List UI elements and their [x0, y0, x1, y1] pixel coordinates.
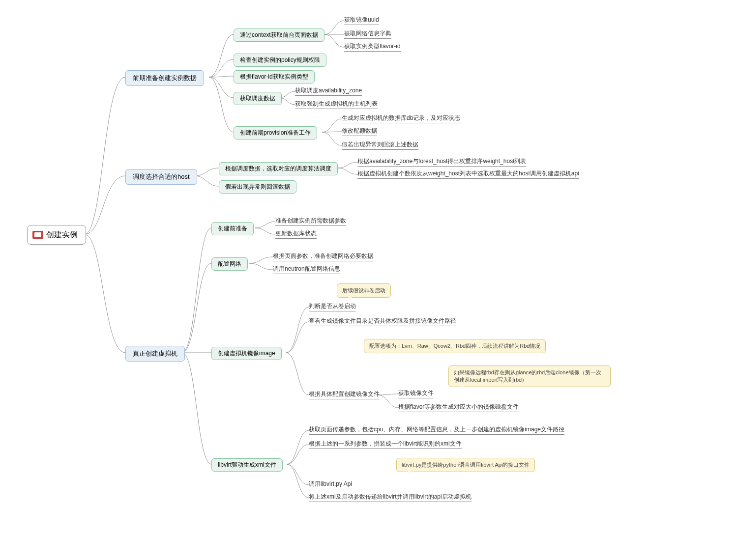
- a4-leaf-1: 获取强制生成虚拟机的主机列表: [295, 100, 378, 109]
- c4-leaf-0: 获取页面传递参数，包括cpu、内存、网络等配置信息，及上一步创建的虚拟机镜像im…: [309, 425, 564, 435]
- b1-leaf-1: 根据虚拟机创建个数依次从weight_host列表中选取权重最大的host调用创…: [357, 169, 579, 179]
- callout-libvirt: libvirt.py是提供给python语言调用libvirt Api的接口文件: [396, 458, 535, 472]
- c3-leaf-config: 根据具体配置创建镜像文件: [309, 390, 380, 399]
- a5-leaf-0: 生成对应虚拟机的数据库db记录，及对应状态: [342, 114, 460, 123]
- l1-create-vm[interactable]: 真正创建虚拟机: [125, 346, 185, 362]
- c4-leaf-3: 将上述xml及启动参数传递给libvirt并调用libvirt的api启动虚拟机: [309, 493, 472, 502]
- b2-rollback[interactable]: 假若出现异常则回滚数据: [219, 180, 296, 194]
- c2-leaf-1: 调用neutron配置网络信息: [273, 265, 340, 274]
- b1-schedule-algo[interactable]: 根据调度数据，选取对应的调度算法调度: [219, 162, 338, 175]
- root-label: 创建实例: [46, 230, 78, 240]
- cube-icon: [32, 229, 43, 240]
- c2-config-network[interactable]: 配置网络: [211, 257, 248, 271]
- c3-leaf-dir: 查看生成镜像文件目录是否具体权限及拼接镜像文件路径: [309, 317, 456, 326]
- c3-leaf-volume: 判断是否从卷启动: [309, 302, 356, 311]
- a1-leaf-1: 获取网络信息字典: [344, 29, 391, 39]
- a4-leaf-0: 获取调度availability_zone: [295, 86, 362, 96]
- l1-prepare-data[interactable]: 前期准备创建实例数据: [125, 70, 204, 86]
- callout-volume: 后续假设非卷启动: [337, 283, 391, 298]
- l1-schedule-host[interactable]: 调度选择合适的host: [125, 169, 197, 185]
- b1-leaf-0: 根据availability_zone与forest_host得出权重排序wei…: [357, 157, 526, 167]
- c4-leaf-2: 调用libvirt.py Api: [309, 480, 352, 489]
- a1-leaf-2: 获取实例类型flavor-id: [344, 42, 401, 52]
- c1-pre-create[interactable]: 创建前准备: [211, 222, 254, 235]
- c3c3-leaf-0: 获取镜像文件: [398, 389, 434, 398]
- a5-leaf-1: 修改配额数据: [342, 127, 377, 136]
- c4-libvirt-xml[interactable]: libvirt驱动生成xml文件: [211, 458, 283, 472]
- a1-context-data[interactable]: 通过context获取前台页面数据: [234, 28, 324, 42]
- a3-flavor-type[interactable]: 根据flavor-id获取实例类型: [234, 70, 315, 84]
- c3c3-leaf-1: 根据flavor等参数生成对应大小的镜像磁盘文件: [398, 403, 519, 412]
- c4-leaf-1: 根据上述的一系列参数，拼装成一个libvirt能识别的xml文件: [309, 440, 462, 449]
- a5-leaf-2: 假若出现异常则回滚上述数据: [342, 140, 418, 150]
- root-node[interactable]: 创建实例: [27, 225, 86, 245]
- c2-leaf-0: 根据页面参数，准备创建网络必要数据: [273, 252, 373, 261]
- c1-leaf-0: 准备创建实例所需数据参数: [275, 217, 346, 226]
- a1-leaf-0: 获取镜像uuid: [344, 16, 379, 25]
- c3-create-image[interactable]: 创建虚拟机镜像image: [211, 347, 282, 360]
- a4-schedule-data[interactable]: 获取调度数据: [234, 92, 282, 105]
- a5-provision[interactable]: 创建前期provision准备工作: [234, 126, 317, 140]
- callout-rbd: 如果镜像远程rbd存在则从glance的rbd后端clone镜像（第一次创建从l…: [448, 365, 611, 387]
- callout-config: 配置选项为：Lvm、Raw、Qcow2、Rbd四种，后续流程讲解为Rbd情况: [364, 339, 546, 353]
- c1-leaf-1: 更新数据库状态: [275, 229, 317, 239]
- a2-policy-check[interactable]: 检查创建实例的policy规则权限: [234, 54, 326, 67]
